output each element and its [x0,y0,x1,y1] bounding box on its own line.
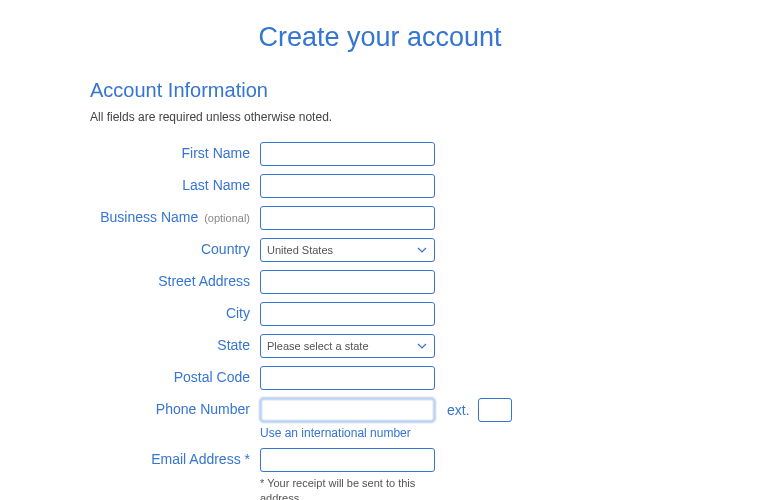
label-postal-code: Postal Code [90,366,260,385]
label-business-name: Business Name (optional) [90,206,260,225]
postal-code-field[interactable] [260,366,435,390]
row-phone-number: Phone Number ext. Use an international n… [90,398,670,440]
section-heading: Account Information [90,79,670,102]
email-address-field[interactable] [260,448,435,472]
label-first-name: First Name [90,142,260,161]
row-first-name: First Name [90,142,670,166]
account-info-section: Account Information All fields are requi… [0,79,760,500]
phone-ext-field[interactable] [478,398,512,422]
row-last-name: Last Name [90,174,670,198]
row-street-address: Street Address [90,270,670,294]
required-note: All fields are required unless otherwise… [90,110,670,124]
label-business-name-text: Business Name [100,209,198,225]
label-email-address: Email Address * [90,448,260,467]
label-phone-number: Phone Number [90,398,260,417]
label-state: State [90,334,260,353]
phone-number-field[interactable] [260,398,435,422]
last-name-field[interactable] [260,174,435,198]
row-email-address: Email Address * * Your receipt will be s… [90,448,670,500]
business-name-field[interactable] [260,206,435,230]
state-select[interactable]: Please select a state [260,334,435,358]
row-city: City [90,302,670,326]
label-business-name-optional: (optional) [204,212,250,224]
label-last-name: Last Name [90,174,260,193]
country-select[interactable]: United States [260,238,435,262]
first-name-field[interactable] [260,142,435,166]
receipt-note: * Your receipt will be sent to this addr… [260,476,435,500]
row-postal-code: Postal Code [90,366,670,390]
label-city: City [90,302,260,321]
page-title: Create your account [0,22,760,53]
row-business-name: Business Name (optional) [90,206,670,230]
row-state: State Please select a state [90,334,670,358]
street-address-field[interactable] [260,270,435,294]
city-field[interactable] [260,302,435,326]
intl-phone-link[interactable]: Use an international number [260,426,512,440]
label-ext: ext. [447,402,470,418]
label-street-address: Street Address [90,270,260,289]
row-country: Country United States [90,238,670,262]
label-country: Country [90,238,260,257]
